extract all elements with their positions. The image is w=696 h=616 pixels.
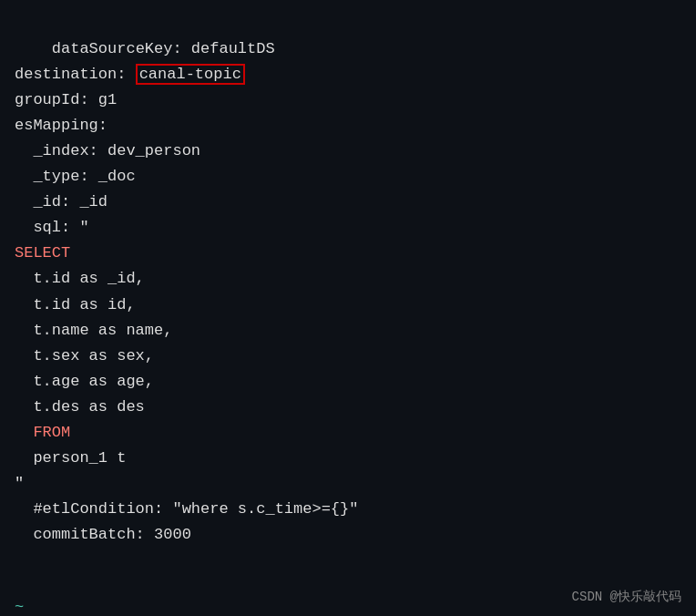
line-13: t.sex as sex, [15, 347, 154, 364]
line-17: person_1 t [15, 449, 126, 467]
line-6: _type: _doc [15, 168, 136, 185]
destination-value: canal-topic [136, 64, 245, 85]
line-1: dataSourceKey: defaultDS [52, 40, 275, 57]
line-5: _index: dev_person [15, 142, 200, 159]
line-7: _id: _id [15, 193, 107, 210]
line-2: destination: canal-topic [15, 64, 245, 85]
line-16: FROM [15, 424, 70, 441]
watermark: CSDN @快乐敲代码 [572, 589, 681, 605]
line-3: groupId: g1 [15, 91, 117, 108]
line-11: t.id as id, [15, 296, 136, 313]
line-18: " [15, 475, 24, 492]
line-9: SELECT [15, 244, 70, 262]
line-8: sql: " [15, 219, 89, 236]
code-block: dataSourceKey: defaultDS destination: ca… [15, 11, 681, 599]
line-19: #etlCondition: "where s.c_time>={}" [15, 500, 358, 518]
code-container: dataSourceKey: defaultDS destination: ca… [0, 0, 696, 616]
line-14: t.age as age, [15, 373, 154, 390]
line-15: t.des as des [15, 398, 145, 416]
line-4: esMapping: [15, 117, 107, 134]
line-20: commitBatch: 3000 [15, 526, 191, 543]
line-10: t.id as _id, [15, 270, 145, 287]
line-12: t.name as name, [15, 322, 172, 339]
